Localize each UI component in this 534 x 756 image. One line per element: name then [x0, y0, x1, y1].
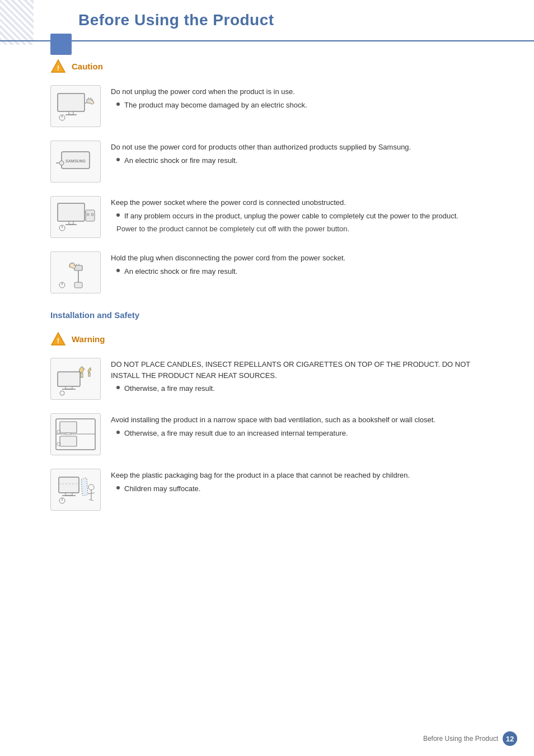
caution-main-2: Do not use the power cord for products o… [111, 142, 500, 153]
page-footer: Before Using the Product 12 [423, 731, 517, 746]
caution-bullet-1-0: The product may become damaged by an ele… [116, 100, 500, 111]
caution-text-3: Keep the power socket where the power co… [111, 196, 500, 235]
caution-bullet-3-0: If any problem occurs in the product, un… [116, 211, 500, 222]
caution-bullet-text-3-0: If any problem occurs in the product, un… [124, 211, 458, 222]
caution-illus-4 [50, 251, 101, 293]
caution-illus-2: SAMSUNG [50, 141, 101, 183]
caution-illus-3 [50, 196, 101, 238]
warning-illus-2 [50, 413, 101, 455]
caution-main-1: Do not unplug the power cord when the pr… [111, 86, 500, 97]
warning-bullet-2-0: Otherwise, a fire may result due to an i… [116, 428, 500, 439]
caution-main-4: Hold the plug when disconnecting the pow… [111, 253, 500, 264]
page-header: Before Using the Product [0, 0, 534, 41]
warning-text-1: DO NOT PLACE CANDLES, INSECT REPELLANTS … [111, 358, 500, 394]
svg-rect-42 [65, 433, 71, 435]
warning-triangle-icon: ! [50, 331, 66, 347]
warning-bullet-text-2-0: Otherwise, a fire may result due to an i… [124, 428, 348, 439]
caution-badge: ! Caution [50, 58, 500, 74]
svg-point-36 [60, 391, 64, 395]
page-title: Before Using the Product [78, 11, 500, 29]
main-content: ! Caution D [0, 58, 534, 547]
svg-point-52 [88, 484, 94, 490]
warning-main-1: DO NOT PLACE CANDLES, INSECT REPELLANTS … [111, 359, 500, 381]
caution-illus-1 [50, 85, 101, 127]
footer-text: Before Using the Product [423, 735, 498, 743]
caution-item-2: SAMSUNG Do not use the power cord for pr… [50, 141, 500, 183]
warning-item-1: DO NOT PLACE CANDLES, INSECT REPELLANTS … [50, 358, 500, 400]
svg-point-13 [59, 161, 64, 165]
warning-label: Warning [72, 334, 105, 344]
caution-bullet-text-4-0: An electric shock or fire may result. [124, 266, 237, 277]
warning-text-3: Keep the plastic packaging bag for the p… [111, 469, 500, 494]
warning-bullet-3-0: Children may suffocate. [116, 483, 500, 494]
caution-item-4: Hold the plug when disconnecting the pow… [50, 251, 500, 293]
warning-item-3: Keep the plastic packaging bag for the p… [50, 469, 500, 511]
caution-text-4: Hold the plug when disconnecting the pow… [111, 251, 500, 277]
warning-text-2: Avoid installing the product in a narrow… [111, 413, 500, 438]
svg-text:!: ! [57, 337, 59, 345]
header-accent-block [50, 34, 72, 55]
svg-rect-37 [81, 373, 83, 377]
caution-bullet-text-2-0: An electric shock or fire may result. [124, 155, 237, 166]
svg-text:!: ! [57, 64, 59, 72]
svg-rect-20 [86, 210, 95, 221]
warning-bullet-text-1-0: Otherwise, a fire may result. [124, 383, 215, 394]
svg-rect-38 [88, 373, 90, 376]
warning-main-2: Avoid installing the product in a narrow… [111, 414, 500, 426]
svg-line-55 [89, 500, 93, 501]
svg-rect-2 [58, 94, 85, 111]
svg-rect-16 [69, 221, 73, 225]
warning-bullet-text-3-0: Children may suffocate. [124, 483, 200, 494]
bullet-icon [116, 269, 120, 272]
svg-rect-33 [58, 372, 80, 386]
installation-safety-title: Installation and Safety [50, 310, 500, 320]
warning-item-2: Avoid installing the product in a narrow… [50, 413, 500, 455]
bullet-icon [116, 431, 120, 434]
svg-text:SAMSUNG: SAMSUNG [65, 159, 86, 163]
bullet-icon [116, 102, 120, 106]
page-number: 12 [503, 731, 517, 746]
warning-bullet-1-0: Otherwise, a fire may result. [116, 383, 500, 394]
warning-illus-3 [50, 469, 101, 511]
warning-illus-1 [50, 358, 101, 400]
caution-bullet-4-0: An electric shock or fire may result. [116, 266, 500, 277]
caution-subnote-3-0: Power to the product cannot be completel… [116, 223, 500, 235]
caution-main-3: Keep the power socket where the power co… [111, 197, 500, 208]
caution-bullet-text-1-0: The product may become damaged by an ele… [124, 100, 307, 111]
caution-text-2: Do not use the power cord for products o… [111, 141, 500, 166]
svg-rect-28 [74, 282, 82, 288]
caution-text-1: Do not unplug the power cord when the pr… [111, 85, 500, 110]
warning-badge: ! Warning [50, 331, 500, 347]
bullet-icon [116, 158, 120, 161]
svg-rect-46 [59, 477, 79, 493]
svg-rect-41 [60, 422, 77, 433]
caution-label: Caution [72, 62, 103, 71]
svg-rect-44 [60, 436, 77, 446]
caution-bullet-2-0: An electric shock or fire may result. [116, 155, 500, 166]
svg-rect-15 [58, 203, 85, 221]
warning-main-3: Keep the plastic packaging bag for the p… [111, 470, 500, 481]
bullet-icon [116, 386, 120, 389]
svg-rect-3 [69, 111, 73, 115]
bullet-icon [116, 213, 120, 217]
caution-item-3: Keep the power socket where the power co… [50, 196, 500, 238]
caution-triangle-icon: ! [50, 58, 66, 74]
bullet-icon [116, 486, 120, 489]
caution-item-1: Do not unplug the power cord when the pr… [50, 85, 500, 127]
